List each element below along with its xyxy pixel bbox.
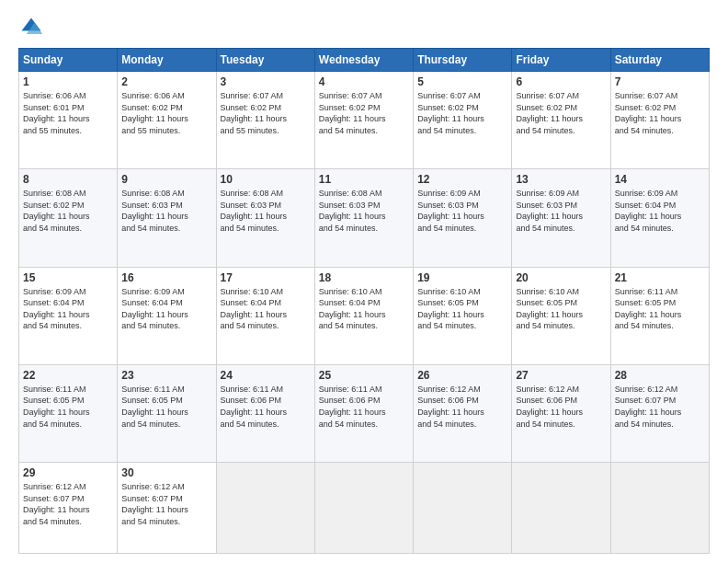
calendar-cell (314, 463, 413, 554)
day-number: 14 (615, 173, 705, 186)
col-header-friday: Friday (512, 49, 610, 72)
day-number: 20 (516, 271, 606, 284)
cell-info: Sunrise: 6:08 AMSunset: 6:02 PMDaylight:… (23, 189, 90, 233)
calendar-cell: 3Sunrise: 6:07 AMSunset: 6:02 PMDaylight… (216, 72, 314, 169)
cell-info: Sunrise: 6:11 AMSunset: 6:06 PMDaylight:… (319, 385, 386, 429)
day-number: 7 (615, 75, 705, 88)
cell-info: Sunrise: 6:12 AMSunset: 6:06 PMDaylight:… (417, 385, 484, 429)
cell-info: Sunrise: 6:06 AMSunset: 6:02 PMDaylight:… (121, 91, 188, 135)
calendar-cell: 5Sunrise: 6:07 AMSunset: 6:02 PMDaylight… (414, 72, 512, 169)
cell-info: Sunrise: 6:07 AMSunset: 6:02 PMDaylight:… (319, 91, 386, 135)
calendar-cell: 22Sunrise: 6:11 AMSunset: 6:05 PMDayligh… (19, 364, 118, 462)
day-number: 25 (319, 369, 409, 382)
cell-info: Sunrise: 6:06 AMSunset: 6:01 PMDaylight:… (23, 91, 90, 135)
calendar-cell (512, 463, 610, 554)
day-number: 13 (516, 173, 606, 186)
day-number: 2 (121, 75, 211, 88)
calendar-cell: 6Sunrise: 6:07 AMSunset: 6:02 PMDaylight… (512, 72, 610, 169)
calendar-cell: 12Sunrise: 6:09 AMSunset: 6:03 PMDayligh… (414, 169, 512, 267)
calendar-cell: 9Sunrise: 6:08 AMSunset: 6:03 PMDaylight… (118, 169, 216, 267)
cell-info: Sunrise: 6:07 AMSunset: 6:02 PMDaylight:… (417, 91, 484, 135)
cell-info: Sunrise: 6:07 AMSunset: 6:02 PMDaylight:… (615, 91, 682, 135)
day-number: 29 (23, 466, 113, 479)
cell-info: Sunrise: 6:09 AMSunset: 6:03 PMDaylight:… (516, 189, 583, 233)
calendar-cell (610, 463, 709, 554)
day-number: 10 (221, 173, 311, 186)
calendar-cell: 7Sunrise: 6:07 AMSunset: 6:02 PMDaylight… (610, 72, 709, 169)
day-number: 12 (417, 173, 507, 186)
calendar-cell (414, 463, 512, 554)
calendar-cell: 14Sunrise: 6:09 AMSunset: 6:04 PMDayligh… (610, 169, 709, 267)
cell-info: Sunrise: 6:10 AMSunset: 6:05 PMDaylight:… (516, 287, 583, 331)
cell-info: Sunrise: 6:09 AMSunset: 6:04 PMDaylight:… (121, 287, 188, 331)
page: SundayMondayTuesdayWednesdayThursdayFrid… (0, 0, 728, 563)
cell-info: Sunrise: 6:10 AMSunset: 6:04 PMDaylight:… (221, 287, 288, 331)
calendar-cell: 20Sunrise: 6:10 AMSunset: 6:05 PMDayligh… (512, 267, 610, 364)
calendar-cell: 19Sunrise: 6:10 AMSunset: 6:05 PMDayligh… (414, 267, 512, 364)
calendar-cell: 2Sunrise: 6:06 AMSunset: 6:02 PMDaylight… (118, 72, 216, 169)
cell-info: Sunrise: 6:09 AMSunset: 6:04 PMDaylight:… (23, 287, 90, 331)
calendar-cell: 10Sunrise: 6:08 AMSunset: 6:03 PMDayligh… (216, 169, 314, 267)
day-number: 9 (121, 173, 211, 186)
day-number: 11 (319, 173, 409, 186)
col-header-thursday: Thursday (414, 49, 512, 72)
cell-info: Sunrise: 6:07 AMSunset: 6:02 PMDaylight:… (516, 91, 583, 135)
col-header-saturday: Saturday (610, 49, 709, 72)
cell-info: Sunrise: 6:12 AMSunset: 6:06 PMDaylight:… (516, 385, 583, 429)
calendar-cell: 13Sunrise: 6:09 AMSunset: 6:03 PMDayligh… (512, 169, 610, 267)
day-number: 16 (121, 271, 211, 284)
calendar-cell: 23Sunrise: 6:11 AMSunset: 6:05 PMDayligh… (118, 364, 216, 462)
calendar-cell: 28Sunrise: 6:12 AMSunset: 6:07 PMDayligh… (610, 364, 709, 462)
calendar-cell: 29Sunrise: 6:12 AMSunset: 6:07 PMDayligh… (19, 463, 118, 554)
day-number: 15 (23, 271, 113, 284)
calendar-cell: 25Sunrise: 6:11 AMSunset: 6:06 PMDayligh… (314, 364, 413, 462)
calendar-cell: 11Sunrise: 6:08 AMSunset: 6:03 PMDayligh… (314, 169, 413, 267)
header (18, 15, 710, 40)
logo (18, 15, 48, 40)
day-number: 17 (221, 271, 311, 284)
cell-info: Sunrise: 6:10 AMSunset: 6:04 PMDaylight:… (319, 287, 386, 331)
calendar-cell: 16Sunrise: 6:09 AMSunset: 6:04 PMDayligh… (118, 267, 216, 364)
cell-info: Sunrise: 6:11 AMSunset: 6:05 PMDaylight:… (121, 385, 188, 429)
day-number: 24 (221, 369, 311, 382)
day-number: 19 (417, 271, 507, 284)
day-number: 3 (221, 75, 311, 88)
calendar-cell: 18Sunrise: 6:10 AMSunset: 6:04 PMDayligh… (314, 267, 413, 364)
calendar-cell: 26Sunrise: 6:12 AMSunset: 6:06 PMDayligh… (414, 364, 512, 462)
day-number: 23 (121, 369, 211, 382)
cell-info: Sunrise: 6:09 AMSunset: 6:04 PMDaylight:… (615, 189, 682, 233)
calendar-cell: 8Sunrise: 6:08 AMSunset: 6:02 PMDaylight… (19, 169, 118, 267)
calendar-cell: 21Sunrise: 6:11 AMSunset: 6:05 PMDayligh… (610, 267, 709, 364)
cell-info: Sunrise: 6:09 AMSunset: 6:03 PMDaylight:… (417, 189, 484, 233)
calendar-cell: 24Sunrise: 6:11 AMSunset: 6:06 PMDayligh… (216, 364, 314, 462)
day-number: 26 (417, 369, 507, 382)
day-number: 4 (319, 75, 409, 88)
cell-info: Sunrise: 6:12 AMSunset: 6:07 PMDaylight:… (615, 385, 682, 429)
day-number: 28 (615, 369, 705, 382)
day-number: 30 (121, 466, 211, 479)
cell-info: Sunrise: 6:11 AMSunset: 6:05 PMDaylight:… (615, 287, 682, 331)
day-number: 22 (23, 369, 113, 382)
cell-info: Sunrise: 6:12 AMSunset: 6:07 PMDaylight:… (121, 482, 188, 526)
cell-info: Sunrise: 6:07 AMSunset: 6:02 PMDaylight:… (221, 91, 288, 135)
day-number: 21 (615, 271, 705, 284)
day-number: 27 (516, 369, 606, 382)
calendar-table: SundayMondayTuesdayWednesdayThursdayFrid… (18, 48, 710, 554)
day-number: 8 (23, 173, 113, 186)
day-number: 1 (23, 75, 113, 88)
day-number: 6 (516, 75, 606, 88)
cell-info: Sunrise: 6:11 AMSunset: 6:05 PMDaylight:… (23, 385, 90, 429)
calendar-cell (216, 463, 314, 554)
cell-info: Sunrise: 6:08 AMSunset: 6:03 PMDaylight:… (319, 189, 386, 233)
calendar-cell: 15Sunrise: 6:09 AMSunset: 6:04 PMDayligh… (19, 267, 118, 364)
cell-info: Sunrise: 6:08 AMSunset: 6:03 PMDaylight:… (121, 189, 188, 233)
col-header-monday: Monday (118, 49, 216, 72)
cell-info: Sunrise: 6:11 AMSunset: 6:06 PMDaylight:… (221, 385, 288, 429)
calendar-cell: 1Sunrise: 6:06 AMSunset: 6:01 PMDaylight… (19, 72, 118, 169)
col-header-wednesday: Wednesday (314, 49, 413, 72)
cell-info: Sunrise: 6:08 AMSunset: 6:03 PMDaylight:… (221, 189, 288, 233)
col-header-tuesday: Tuesday (216, 49, 314, 72)
logo-icon (18, 15, 44, 40)
cell-info: Sunrise: 6:10 AMSunset: 6:05 PMDaylight:… (417, 287, 484, 331)
calendar-cell: 17Sunrise: 6:10 AMSunset: 6:04 PMDayligh… (216, 267, 314, 364)
